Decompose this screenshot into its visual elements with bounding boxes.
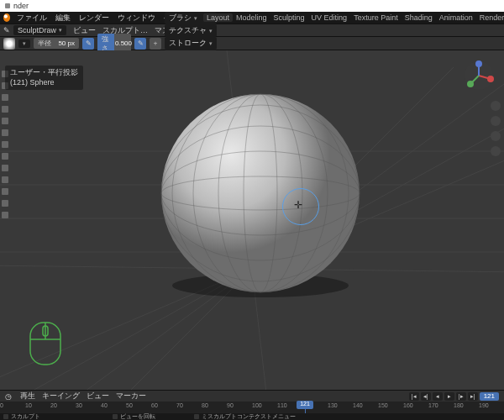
jump-end-button[interactable]: ▸| (468, 392, 478, 401)
tool-header-menu[interactable]: ビュー (70, 26, 99, 34)
timeline-ruler[interactable]: 0102030405060708090100110120130140150160… (0, 402, 504, 413)
status-mode: スカルプト (11, 412, 40, 420)
svg-point-11 (161, 94, 360, 292)
workspace-tab-rendering[interactable]: Rendering (476, 13, 504, 22)
timeline-tick: 160 (403, 402, 413, 408)
timeline-tick: 170 (428, 402, 438, 408)
timeline-menu[interactable]: 再生 (17, 391, 39, 400)
status-bar: スカルプト ビューを回転 ミスカルプトコンテクストメニュー (0, 413, 504, 420)
radius-field[interactable]: 半径50 px (34, 38, 79, 49)
nav-gizmo[interactable] (462, 59, 496, 92)
workspace-tab-texture-paint[interactable]: Texture Paint (350, 13, 402, 22)
window-titlebar: nder (0, 0, 504, 12)
mouse-hint-icon (25, 319, 66, 370)
timeline-tick: 150 (378, 402, 388, 408)
timeline-header: ◷ 再生キーイングビューマーカー |◂ ◂| ◂ ▸ |▸ ▸| 121 (0, 390, 504, 402)
jump-start-button[interactable]: |◂ (409, 392, 419, 401)
svg-point-26 (487, 76, 494, 82)
current-frame-field[interactable]: 121 (480, 392, 499, 401)
status-rotate: ビューを回転 (120, 412, 155, 420)
timeline-tick: 190 (479, 402, 489, 408)
menu-edit[interactable]: 編集 (52, 13, 74, 24)
viewport-3d[interactable]: ユーザー・平行投影 (121) Sphere ✛ (0, 50, 504, 390)
top-menubar: ファイル 編集 レンダー ウィンドウ ヘルプ LayoutModelingScu… (0, 12, 504, 24)
sculpt-mode-icon[interactable]: ✎ (3, 26, 10, 34)
timeline-menu[interactable]: ビュー (83, 391, 113, 400)
play-button[interactable]: ▸ (444, 392, 454, 401)
menu-file[interactable]: ファイル (13, 13, 50, 24)
menu-render[interactable]: レンダー (76, 13, 113, 24)
workspace-tab-sculpting[interactable]: Sculpting (270, 13, 308, 22)
timeline-tick: 80 (202, 402, 208, 408)
mouse-icon (3, 414, 8, 419)
option-dropdown[interactable]: ストローク▾ (165, 37, 217, 50)
timeline-menu[interactable]: キーイング (39, 391, 83, 400)
timeline-menu[interactable]: マーカー (113, 391, 150, 400)
timeline-playhead[interactable]: 121 (305, 402, 306, 413)
timeline-tick: 70 (176, 402, 183, 408)
window-title: nder (13, 2, 29, 10)
chevron-down-icon: ▾ (59, 27, 62, 34)
workspace-tab-shading[interactable]: Shading (402, 13, 436, 22)
workspace-tab-layout[interactable]: Layout (203, 13, 233, 22)
window-icon (5, 3, 10, 8)
cursor-crosshair-icon: ✛ (294, 199, 302, 211)
svg-point-28 (467, 81, 474, 87)
timeline-tick: 30 (76, 402, 82, 408)
timeline-editor-icon[interactable]: ◷ (5, 392, 12, 401)
blender-logo-icon[interactable] (3, 13, 10, 22)
workspace-tab-uv-editing[interactable]: UV Editing (308, 13, 351, 22)
brush-preview-icon[interactable] (3, 38, 15, 50)
timeline-tick: 40 (101, 402, 108, 408)
strength-pressure-toggle[interactable]: ✎ (134, 38, 146, 50)
brush-dropdown[interactable]: ▾ (18, 39, 30, 48)
mouse-icon (194, 414, 199, 419)
timeline-tick: 110 (277, 402, 287, 408)
left-tool-strip[interactable] (0, 67, 10, 222)
timeline-tick: 130 (328, 402, 338, 408)
timeline-tick: 0 (0, 402, 3, 408)
strength-value: 0.500 (112, 39, 132, 47)
radius-label: 半径 (38, 39, 51, 48)
svg-point-30 (475, 60, 482, 67)
timeline-tick: 20 (50, 402, 57, 408)
mode-label: SculptDraw (18, 26, 56, 34)
menu-window[interactable]: ウィンドウ (114, 13, 159, 24)
workspace-tab-modeling[interactable]: Modeling (233, 13, 270, 22)
nav-buttons[interactable] (491, 101, 501, 156)
timeline-tick: 60 (151, 402, 158, 408)
play-rev-button[interactable]: ◂ (433, 392, 443, 401)
overlay-projection: ユーザー・平行投影 (10, 68, 78, 78)
timeline-tick: 90 (227, 402, 234, 408)
tool-options: ▾ 半径50 px ✎ 強さ0.500 ✎ ＋ ブラシ▾テクスチャ▾ストローク▾… (0, 37, 504, 50)
timeline-tick: 140 (353, 402, 363, 408)
radius-pressure-toggle[interactable]: ✎ (82, 38, 94, 50)
timeline[interactable]: 0102030405060708090100110120130140150160… (0, 402, 504, 413)
viewport-overlay-text: ユーザー・平行投影 (121) Sphere (5, 66, 83, 90)
timeline-tick: 100 (252, 402, 262, 408)
keyframe-prev-button[interactable]: ◂| (421, 392, 431, 401)
chevron-down-icon: ▾ (23, 40, 26, 47)
timeline-tick: 10 (25, 402, 32, 408)
tool-header: ✎ SculptDraw▾ ビュースカルプト…マスク面セット (0, 24, 504, 37)
transport-controls: |◂ ◂| ◂ ▸ |▸ ▸| 121 (409, 392, 499, 401)
option-dropdown[interactable]: テクスチャ▾ (165, 24, 217, 37)
keyframe-next-button[interactable]: |▸ (456, 392, 466, 401)
sphere-object[interactable] (151, 84, 370, 302)
mode-selector[interactable]: SculptDraw▾ (13, 25, 66, 35)
radius-value: 50 px (55, 39, 75, 47)
overlay-object: (121) Sphere (10, 78, 78, 88)
mouse-icon (113, 414, 118, 419)
status-context: ミスカルプトコンテクストメニュー (202, 412, 296, 420)
workspace-tab-animation[interactable]: Animation (436, 13, 476, 22)
timeline-tick: 50 (126, 402, 133, 408)
add-subtract-toggle[interactable]: ＋ (150, 38, 161, 50)
timeline-tick: 180 (454, 402, 464, 408)
